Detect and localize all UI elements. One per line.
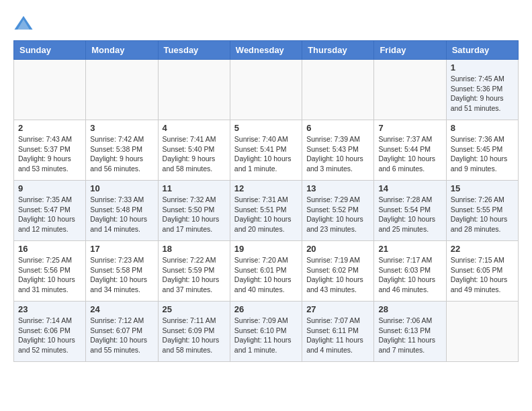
calendar-cell: 28Sunrise: 7:06 AM Sunset: 6:13 PM Dayli… xyxy=(374,302,446,362)
day-info: Sunrise: 7:41 AM Sunset: 5:40 PM Dayligh… xyxy=(163,134,226,174)
day-info: Sunrise: 7:35 AM Sunset: 5:47 PM Dayligh… xyxy=(18,195,81,234)
weekday-header-monday: Monday xyxy=(86,41,158,60)
day-info: Sunrise: 7:28 AM Sunset: 5:54 PM Dayligh… xyxy=(378,195,441,234)
weekday-header-friday: Friday xyxy=(374,41,446,60)
day-info: Sunrise: 7:14 AM Sunset: 6:06 PM Dayligh… xyxy=(18,316,81,355)
day-number: 23 xyxy=(18,304,81,314)
logo xyxy=(13,13,36,34)
day-info: Sunrise: 7:12 AM Sunset: 6:07 PM Dayligh… xyxy=(90,316,153,355)
day-info: Sunrise: 7:39 AM Sunset: 5:43 PM Dayligh… xyxy=(306,134,369,174)
weekday-header-thursday: Thursday xyxy=(302,41,374,60)
calendar-cell: 26Sunrise: 7:09 AM Sunset: 6:10 PM Dayli… xyxy=(230,302,302,362)
day-info: Sunrise: 7:42 AM Sunset: 5:38 PM Dayligh… xyxy=(90,134,153,174)
calendar-cell: 27Sunrise: 7:07 AM Sunset: 6:11 PM Dayli… xyxy=(302,302,374,362)
calendar-cell: 21Sunrise: 7:17 AM Sunset: 6:03 PM Dayli… xyxy=(374,241,446,302)
day-info: Sunrise: 7:29 AM Sunset: 5:52 PM Dayligh… xyxy=(306,195,369,234)
day-number: 1 xyxy=(451,62,514,73)
calendar-cell xyxy=(86,60,158,120)
calendar-cell: 17Sunrise: 7:23 AM Sunset: 5:58 PM Dayli… xyxy=(86,241,158,302)
day-number: 13 xyxy=(306,183,369,193)
day-info: Sunrise: 7:43 AM Sunset: 5:37 PM Dayligh… xyxy=(18,134,81,174)
day-info: Sunrise: 7:40 AM Sunset: 5:41 PM Dayligh… xyxy=(234,134,298,174)
calendar-cell xyxy=(230,60,302,120)
day-number: 2 xyxy=(18,123,81,133)
day-info: Sunrise: 7:15 AM Sunset: 6:05 PM Dayligh… xyxy=(451,255,514,295)
calendar-cell: 11Sunrise: 7:32 AM Sunset: 5:50 PM Dayli… xyxy=(158,181,230,241)
calendar-cell: 15Sunrise: 7:26 AM Sunset: 5:55 PM Dayli… xyxy=(446,181,518,241)
calendar-cell: 13Sunrise: 7:29 AM Sunset: 5:52 PM Dayli… xyxy=(302,181,374,241)
day-number: 12 xyxy=(234,183,298,193)
day-number: 20 xyxy=(306,244,369,254)
day-info: Sunrise: 7:25 AM Sunset: 5:56 PM Dayligh… xyxy=(18,255,81,295)
day-number: 14 xyxy=(378,183,441,193)
day-number: 19 xyxy=(234,244,298,254)
calendar-cell: 5Sunrise: 7:40 AM Sunset: 5:41 PM Daylig… xyxy=(230,120,302,181)
day-info: Sunrise: 7:20 AM Sunset: 6:01 PM Dayligh… xyxy=(234,255,298,295)
weekday-header-sunday: Sunday xyxy=(14,41,86,60)
day-number: 5 xyxy=(234,123,298,133)
header xyxy=(13,13,519,34)
calendar-cell: 6Sunrise: 7:39 AM Sunset: 5:43 PM Daylig… xyxy=(302,120,374,181)
day-number: 21 xyxy=(378,244,441,254)
day-number: 18 xyxy=(163,244,226,254)
day-number: 17 xyxy=(90,244,153,254)
weekday-header-wednesday: Wednesday xyxy=(230,41,302,60)
day-info: Sunrise: 7:32 AM Sunset: 5:50 PM Dayligh… xyxy=(163,195,226,234)
calendar-cell: 16Sunrise: 7:25 AM Sunset: 5:56 PM Dayli… xyxy=(14,241,86,302)
day-number: 25 xyxy=(163,304,226,314)
calendar-cell: 12Sunrise: 7:31 AM Sunset: 5:51 PM Dayli… xyxy=(230,181,302,241)
calendar-cell: 20Sunrise: 7:19 AM Sunset: 6:02 PM Dayli… xyxy=(302,241,374,302)
day-number: 24 xyxy=(90,304,153,314)
day-info: Sunrise: 7:11 AM Sunset: 6:09 PM Dayligh… xyxy=(163,316,226,355)
day-info: Sunrise: 7:37 AM Sunset: 5:44 PM Dayligh… xyxy=(378,134,441,174)
calendar-cell: 3Sunrise: 7:42 AM Sunset: 5:38 PM Daylig… xyxy=(86,120,158,181)
calendar-week-4: 16Sunrise: 7:25 AM Sunset: 5:56 PM Dayli… xyxy=(14,241,519,302)
logo-icon xyxy=(13,13,34,34)
day-number: 22 xyxy=(451,244,514,254)
calendar-cell xyxy=(14,60,86,120)
day-info: Sunrise: 7:23 AM Sunset: 5:58 PM Dayligh… xyxy=(90,255,153,295)
day-number: 9 xyxy=(18,183,81,193)
day-number: 3 xyxy=(90,123,153,133)
day-number: 28 xyxy=(378,304,441,314)
day-number: 15 xyxy=(451,183,514,193)
day-info: Sunrise: 7:36 AM Sunset: 5:45 PM Dayligh… xyxy=(451,134,514,174)
calendar-cell: 23Sunrise: 7:14 AM Sunset: 6:06 PM Dayli… xyxy=(14,302,86,362)
day-info: Sunrise: 7:26 AM Sunset: 5:55 PM Dayligh… xyxy=(451,195,514,234)
weekday-header-tuesday: Tuesday xyxy=(158,41,230,60)
day-info: Sunrise: 7:09 AM Sunset: 6:10 PM Dayligh… xyxy=(234,316,298,355)
calendar-cell: 24Sunrise: 7:12 AM Sunset: 6:07 PM Dayli… xyxy=(86,302,158,362)
calendar-cell: 19Sunrise: 7:20 AM Sunset: 6:01 PM Dayli… xyxy=(230,241,302,302)
weekday-header-saturday: Saturday xyxy=(446,41,518,60)
calendar-cell: 9Sunrise: 7:35 AM Sunset: 5:47 PM Daylig… xyxy=(14,181,86,241)
day-info: Sunrise: 7:31 AM Sunset: 5:51 PM Dayligh… xyxy=(234,195,298,234)
calendar-cell: 10Sunrise: 7:33 AM Sunset: 5:48 PM Dayli… xyxy=(86,181,158,241)
day-info: Sunrise: 7:06 AM Sunset: 6:13 PM Dayligh… xyxy=(378,316,441,355)
calendar-week-5: 23Sunrise: 7:14 AM Sunset: 6:06 PM Dayli… xyxy=(14,302,519,362)
day-info: Sunrise: 7:19 AM Sunset: 6:02 PM Dayligh… xyxy=(306,255,369,295)
calendar-cell xyxy=(446,302,518,362)
day-number: 11 xyxy=(163,183,226,193)
calendar-cell: 1Sunrise: 7:45 AM Sunset: 5:36 PM Daylig… xyxy=(446,60,518,120)
calendar-header-row: SundayMondayTuesdayWednesdayThursdayFrid… xyxy=(14,41,519,60)
calendar-cell: 25Sunrise: 7:11 AM Sunset: 6:09 PM Dayli… xyxy=(158,302,230,362)
day-number: 26 xyxy=(234,304,298,314)
day-number: 4 xyxy=(163,123,226,133)
day-info: Sunrise: 7:17 AM Sunset: 6:03 PM Dayligh… xyxy=(378,255,441,295)
day-number: 7 xyxy=(378,123,441,133)
calendar-cell: 2Sunrise: 7:43 AM Sunset: 5:37 PM Daylig… xyxy=(14,120,86,181)
calendar-week-1: 1Sunrise: 7:45 AM Sunset: 5:36 PM Daylig… xyxy=(14,60,519,120)
calendar-week-2: 2Sunrise: 7:43 AM Sunset: 5:37 PM Daylig… xyxy=(14,120,519,181)
day-info: Sunrise: 7:45 AM Sunset: 5:36 PM Dayligh… xyxy=(451,74,514,113)
day-number: 6 xyxy=(306,123,369,133)
calendar-cell xyxy=(374,60,446,120)
calendar-cell xyxy=(302,60,374,120)
calendar-cell: 8Sunrise: 7:36 AM Sunset: 5:45 PM Daylig… xyxy=(446,120,518,181)
day-number: 16 xyxy=(18,244,81,254)
day-info: Sunrise: 7:07 AM Sunset: 6:11 PM Dayligh… xyxy=(306,316,369,355)
day-number: 8 xyxy=(451,123,514,133)
calendar-cell: 18Sunrise: 7:22 AM Sunset: 5:59 PM Dayli… xyxy=(158,241,230,302)
calendar-cell: 7Sunrise: 7:37 AM Sunset: 5:44 PM Daylig… xyxy=(374,120,446,181)
day-number: 10 xyxy=(90,183,153,193)
day-info: Sunrise: 7:33 AM Sunset: 5:48 PM Dayligh… xyxy=(90,195,153,234)
